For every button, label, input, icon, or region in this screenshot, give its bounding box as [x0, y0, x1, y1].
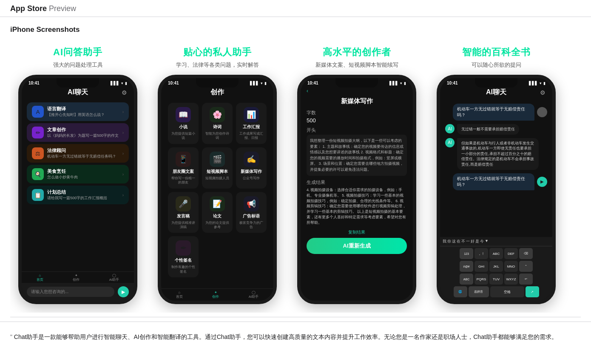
- creation-item-slogan[interactable]: 📢 广告标语 极富竞争力的广告: [236, 192, 267, 233]
- kb-tuv[interactable]: TUV: [489, 274, 503, 285]
- candidate-6[interactable]: 一: [466, 239, 470, 244]
- moments-name: 朋友圈文案: [173, 169, 194, 175]
- poetry-name: 诗词: [213, 124, 222, 130]
- chat-item-1[interactable]: A 语言翻译 【推开心先知时】用英语怎么说？ ›: [27, 102, 129, 121]
- kb-wxyz[interactable]: WXYZ: [504, 274, 518, 285]
- arrow-icon-5: ›: [122, 193, 124, 198]
- nav-ai[interactable]: ◯AI助手: [109, 274, 119, 282]
- kb-123[interactable]: 123: [460, 248, 473, 259]
- status-time-2: 10:41: [168, 81, 179, 85]
- nav-create[interactable]: ✦创作: [73, 274, 80, 282]
- intro-text: 我想整理一份短视频拍摄大纲，以下是一些可以考虑的要素： 1. 主题和故事线：确定…: [307, 135, 407, 176]
- back-button[interactable]: ‹: [307, 86, 407, 97]
- result-label: 生成结果: [307, 179, 407, 186]
- candidate-3[interactable]: 这: [452, 239, 456, 244]
- kb-ghi[interactable]: GHI: [475, 261, 488, 272]
- kb-return[interactable]: ↩: [519, 274, 533, 285]
- paper-icon: 📝: [210, 196, 225, 212]
- phone2-frame: 10:41 ▋▋▋ ▾ ▮ 创作: [158, 75, 277, 304]
- candidate-2[interactable]: 你: [447, 239, 451, 244]
- kb-def[interactable]: DEF: [504, 248, 518, 259]
- user-avatar: [537, 107, 547, 117]
- phone4-frame: 10:41 ▋▋▋ ▾ ▮ AI聊天 ⚙: [437, 75, 556, 304]
- nav2-home[interactable]: ⌂首页: [176, 291, 183, 299]
- chat-item-5[interactable]: 📋 计划总结 请给我写一篇500字的工作汇报概括 ›: [27, 186, 129, 204]
- creation-item-video[interactable]: 🎬 短视频脚本 短视频拍摄人员: [202, 147, 233, 189]
- candidate-7[interactable]: 好: [471, 239, 475, 244]
- creation-item-paper[interactable]: 📝 论文 为您的论文提供参考: [202, 192, 233, 233]
- creation-item-poetry[interactable]: 🌸 诗词 智能为您创作诗词: [202, 103, 233, 144]
- copy-button[interactable]: 复制结果: [307, 229, 407, 235]
- slogan-desc: 极富竞争力的广告: [239, 221, 264, 230]
- signature-name: 个性签名: [175, 257, 192, 263]
- user-message-1: 机动车一方无过错就等于无赔偿责任吗？: [453, 104, 534, 121]
- word-count-label: 字数: [307, 110, 407, 116]
- kb-abc[interactable]: ABC: [489, 248, 503, 259]
- screen3-page-title: 新媒体写作: [307, 97, 407, 105]
- phone-card-1: AI问答助手 强大的问题处理工具 10:41 ▋▋▋ ▾ ▮: [12, 46, 144, 304]
- user-msg-row-1: 机动车一方无过错就等于无赔偿责任吗？: [445, 104, 547, 121]
- phone1-frame: 10:41 ▋▋▋ ▾ ▮ AI聊天 ⚙: [18, 75, 137, 304]
- arrow-icon-3: ›: [122, 151, 124, 156]
- chat-item-2[interactable]: ✏ 文章创作 以《妈妈的长发》为题写一篇500字的作文 ›: [27, 123, 129, 142]
- kb-shift[interactable]: ⌃: [519, 261, 533, 272]
- creation-item-signature[interactable]: ✒ 个性签名 制作有趣的个性签名: [168, 236, 199, 277]
- chat-item-3[interactable]: ⚖ 法律顾问 机动车一方无过错就等于无赔偿任务吗？ ›: [27, 144, 129, 163]
- phone-card-4: 智能的百科全书 可以随心所欲的提问 10:41 ▋▋▋ ▾ ▮: [430, 46, 562, 304]
- kb-backspace[interactable]: ⌫: [519, 248, 533, 259]
- nav2-create[interactable]: ✦创作: [212, 291, 219, 299]
- header-title: App Store Preview: [10, 4, 581, 13]
- chat-item-4[interactable]: 🍳 美食烹饪 怎么做小炒黄牛肉 ›: [27, 165, 129, 183]
- kb-globe[interactable]: 🌐: [454, 286, 467, 297]
- nav2-ai[interactable]: ◯AI助手: [249, 291, 259, 299]
- candidate-8[interactable]: 是: [475, 239, 479, 244]
- creation-item-novel[interactable]: 📖 小说 为您提供短篇小说: [168, 103, 199, 144]
- creation-item-speech[interactable]: 🎤 发言稿 为您提供精准讲演稿: [168, 192, 199, 233]
- poetry-desc: 智能为您创作诗词: [205, 132, 230, 141]
- speech-icon: 🎤: [176, 196, 191, 212]
- creation-item-moments[interactable]: 📱 朋友圈文案 帮你写一份精一的朋友: [168, 147, 199, 189]
- screenshots-section: iPhone Screenshots AI问答助手 强大的问题处理工具 10:4…: [0, 17, 591, 317]
- iphone-screenshots-label: iPhone Screenshots: [10, 25, 581, 34]
- kb-symbols[interactable]: #@¥: [460, 261, 473, 272]
- regenerate-button[interactable]: AI重新生成: [307, 238, 407, 254]
- candidate-4[interactable]: 在: [457, 239, 460, 244]
- nav-home[interactable]: ⌂首页: [37, 274, 43, 282]
- candidate-1[interactable]: 我: [443, 239, 446, 244]
- slogan-name: 广告标语: [243, 213, 260, 219]
- send-button[interactable]: ▶: [118, 286, 129, 297]
- kb-alpha[interactable]: ABC: [460, 274, 473, 285]
- novel-name: 小说: [179, 124, 188, 130]
- kb-pqrs[interactable]: PQRS: [475, 274, 488, 285]
- phone4-notch: [475, 78, 517, 87]
- poetry-icon: 🌸: [210, 107, 225, 122]
- kb-mno[interactable]: MNO: [504, 261, 518, 272]
- phone1-notch: [57, 78, 99, 87]
- report-icon: 📊: [244, 107, 259, 122]
- gear-icon-4[interactable]: ⚙: [540, 89, 546, 96]
- kb-space[interactable]: 空格: [490, 286, 524, 297]
- chat-item-1-content: 语言翻译 【推开心先知时】用英语怎么说？: [47, 106, 119, 118]
- chat-item-1-name: 语言翻译: [47, 106, 119, 112]
- chat-icon-plan: 📋: [32, 189, 44, 201]
- user-avatar-2: ▶: [537, 177, 547, 187]
- candidate-9[interactable]: 今: [480, 239, 484, 244]
- kb-row-2: #@¥ GHI JKL MNO ⌃: [442, 261, 551, 272]
- gear-icon[interactable]: ⚙: [122, 89, 127, 96]
- kb-pinyin[interactable]: 选拼音: [469, 286, 489, 297]
- wifi-icon-4: ▾: [540, 81, 542, 85]
- novel-desc: 为您提供短篇小说: [170, 132, 196, 141]
- kb-jkl[interactable]: JKL: [489, 261, 503, 272]
- creation-item-media[interactable]: ✍ 新媒体写作 公众号写作: [236, 147, 267, 189]
- chat-input[interactable]: 请输入您想咨询的...: [27, 287, 114, 297]
- creation-item-report[interactable]: 📊 工作汇报 工作成果写成汇报、日报: [236, 103, 267, 144]
- status-time-3: 10:41: [307, 81, 318, 85]
- kb-send[interactable]: ↗: [526, 286, 539, 297]
- kb-punct[interactable]: ，！: [475, 248, 488, 259]
- wifi-icon-2: ▾: [261, 81, 263, 85]
- candidate-5[interactable]: 不: [461, 239, 465, 244]
- user-msg-row-2: 机动车一方无过错就等于无赔偿责任吗？ ▶: [445, 173, 547, 190]
- screenshots-scroll-area[interactable]: AI问答助手 强大的问题处理工具 10:41 ▋▋▋ ▾ ▮: [10, 42, 581, 313]
- phone3-frame: 10:41 ▋▋▋ ▾ ▮ ‹: [297, 75, 416, 304]
- candidate-expand[interactable]: ▼: [485, 239, 489, 244]
